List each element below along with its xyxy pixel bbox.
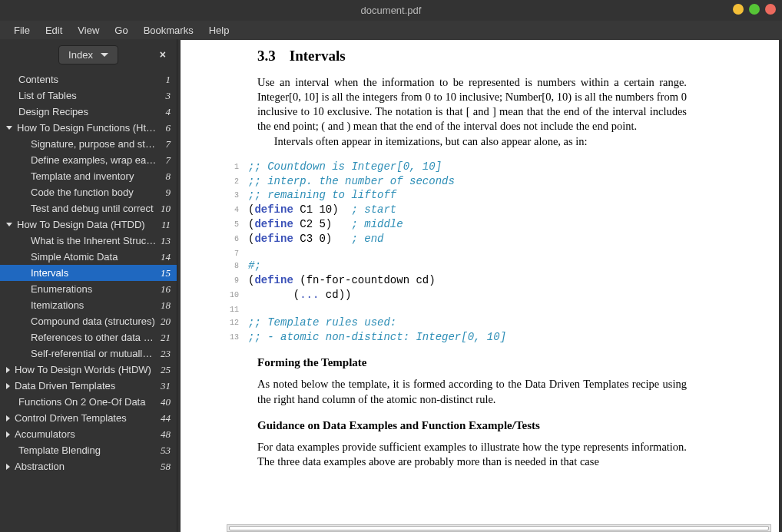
menu-edit[interactable]: Edit bbox=[38, 22, 70, 38]
toc-item[interactable]: Itemizations18 bbox=[0, 297, 177, 313]
toc-item[interactable]: Contents1 bbox=[0, 71, 177, 88]
paragraph: For data examples provide sufficient exa… bbox=[257, 440, 687, 469]
code-line: 9(define (fn-for-countdown cd) bbox=[202, 273, 687, 288]
pdf-page: 3.3Intervals Use an interval when the in… bbox=[181, 40, 779, 532]
toc-item[interactable]: Intervals15 bbox=[0, 265, 177, 281]
code-content: (define C1 10) ; start bbox=[248, 203, 396, 217]
menu-bookmarks[interactable]: Bookmarks bbox=[136, 22, 201, 38]
toc-item[interactable]: What is the Inherent Struct…13 bbox=[0, 233, 177, 249]
sidebar-mode-dropdown[interactable]: Index bbox=[58, 45, 118, 64]
close-button[interactable] bbox=[765, 4, 776, 15]
toc-item-page: 44 bbox=[157, 412, 171, 425]
line-number: 2 bbox=[202, 174, 248, 189]
code-line: 5(define C2 5) ; middle bbox=[202, 217, 687, 232]
document-viewport[interactable]: 3.3Intervals Use an interval when the in… bbox=[177, 39, 782, 532]
toc-item[interactable]: How To Design Worlds (HtDW)25 bbox=[0, 362, 177, 378]
menu-help[interactable]: Help bbox=[201, 22, 237, 38]
toc-item-page: 31 bbox=[157, 380, 171, 392]
sidebar-mode-label: Index bbox=[68, 49, 93, 61]
code-content: (define C3 0) ; end bbox=[248, 232, 383, 246]
toc-item[interactable]: Design Recipes4 bbox=[0, 104, 177, 120]
toc-item[interactable]: How To Design Data (HTDD)11 bbox=[0, 216, 177, 233]
toc-item-label: Self-referential or mutually… bbox=[26, 348, 157, 359]
toc-item-label: How To Design Worlds (HtDW) bbox=[10, 364, 157, 375]
menu-view[interactable]: View bbox=[70, 22, 107, 38]
toc-item[interactable]: Test and debug until correct10 bbox=[0, 200, 177, 216]
paragraph: Intervals often appear in itemizations, … bbox=[257, 134, 687, 149]
toc-item-page: 25 bbox=[157, 364, 171, 376]
toc-item-page: 20 bbox=[157, 316, 171, 328]
toc-item-label: Template and inventory bbox=[26, 170, 157, 182]
code-content: ;; remaining to liftoff bbox=[248, 188, 396, 203]
toc-item[interactable]: Accumulators48 bbox=[0, 426, 177, 442]
minimize-button[interactable] bbox=[733, 4, 744, 15]
toc-item[interactable]: Data Driven Templates31 bbox=[0, 378, 177, 394]
toc-item-label: List of Tables bbox=[14, 90, 157, 101]
line-number: 4 bbox=[202, 203, 248, 217]
code-line: 3;; remaining to liftoff bbox=[202, 188, 687, 203]
toc-item-page: 8 bbox=[157, 170, 171, 183]
table-of-contents: Contents1List of Tables3Design Recipes4H… bbox=[0, 70, 177, 532]
line-number: 5 bbox=[202, 217, 248, 232]
window-controls bbox=[733, 4, 776, 15]
toc-item-label: Test and debug until correct bbox=[26, 203, 157, 214]
code-content: (define C2 5) ; middle bbox=[248, 217, 403, 232]
toc-item-label: Data Driven Templates bbox=[10, 380, 157, 392]
line-number: 7 bbox=[202, 246, 248, 259]
close-sidebar-icon[interactable]: × bbox=[160, 48, 166, 61]
code-line: 4(define C1 10) ; start bbox=[202, 203, 687, 217]
toc-item-page: 3 bbox=[157, 90, 171, 102]
code-content: (define (fn-for-countdown cd) bbox=[248, 273, 436, 288]
toc-item-page: 4 bbox=[157, 106, 171, 118]
toc-item-label: Intervals bbox=[26, 267, 157, 279]
toc-item-page: 11 bbox=[157, 219, 171, 231]
line-number: 3 bbox=[202, 188, 248, 203]
code-content: ;; interp. the number of seconds bbox=[248, 174, 455, 189]
toc-item-label: What is the Inherent Struct… bbox=[26, 235, 157, 246]
toc-item[interactable]: Template Blending53 bbox=[0, 442, 177, 458]
sidebar: Index × Contents1List of Tables3Design R… bbox=[0, 39, 177, 532]
toc-item[interactable]: Self-referential or mutually…23 bbox=[0, 345, 177, 362]
menubar: File Edit View Go Bookmarks Help bbox=[0, 21, 782, 39]
toc-item[interactable]: References to other data d…21 bbox=[0, 329, 177, 345]
toc-item-page: 48 bbox=[157, 428, 171, 441]
line-number: 1 bbox=[202, 160, 248, 174]
toc-item[interactable]: Define examples, wrap eac…7 bbox=[0, 152, 177, 168]
toc-item-label: Simple Atomic Data bbox=[26, 251, 157, 263]
toc-item[interactable]: How To Design Functions (HtDF)6 bbox=[0, 120, 177, 136]
toc-item[interactable]: Control Driven Templates44 bbox=[0, 410, 177, 426]
toc-item[interactable]: Simple Atomic Data14 bbox=[0, 249, 177, 265]
menu-go[interactable]: Go bbox=[107, 22, 135, 38]
toc-item[interactable]: List of Tables3 bbox=[0, 88, 177, 104]
toc-item[interactable]: Signature, purpose and stub.7 bbox=[0, 136, 177, 152]
code-content: ;; Countdown is Integer[0, 10] bbox=[248, 160, 442, 174]
menu-file[interactable]: File bbox=[6, 22, 38, 38]
chevron-down-icon[interactable] bbox=[6, 126, 12, 130]
toc-item[interactable]: Compound data (structures)20 bbox=[0, 313, 177, 329]
toc-item[interactable]: Enumerations16 bbox=[0, 281, 177, 297]
sidebar-header: Index × bbox=[0, 39, 177, 70]
subsection-heading: Guidance on Data Examples and Function E… bbox=[257, 419, 687, 432]
paragraph: As noted below the template, it is forme… bbox=[257, 377, 687, 406]
toc-item-label: Control Driven Templates bbox=[10, 412, 157, 424]
paragraph: Use an interval when the information to … bbox=[257, 75, 687, 134]
toc-item-page: 15 bbox=[157, 267, 171, 279]
toc-item-label: How To Design Data (HTDD) bbox=[12, 219, 157, 230]
code-content: #; bbox=[248, 259, 261, 273]
toc-item-page: 21 bbox=[157, 332, 171, 344]
toc-item[interactable]: Functions On 2 One-Of Data40 bbox=[0, 394, 177, 410]
toc-item-page: 6 bbox=[157, 122, 171, 134]
line-number: 9 bbox=[202, 273, 248, 288]
line-number: 10 bbox=[202, 288, 248, 302]
toc-item[interactable]: Template and inventory8 bbox=[0, 168, 177, 184]
chevron-down-icon[interactable] bbox=[6, 223, 12, 226]
horizontal-scrollbar[interactable] bbox=[227, 524, 771, 532]
toc-item-label: Accumulators bbox=[10, 428, 157, 440]
toc-item-label: How To Design Functions (HtDF) bbox=[12, 122, 157, 134]
scrollbar-thumb[interactable] bbox=[229, 526, 769, 530]
maximize-button[interactable] bbox=[749, 4, 760, 15]
line-number: 8 bbox=[202, 259, 248, 273]
toc-item-label: Compound data (structures) bbox=[26, 316, 157, 327]
toc-item[interactable]: Abstraction58 bbox=[0, 458, 177, 474]
toc-item[interactable]: Code the function body9 bbox=[0, 184, 177, 200]
